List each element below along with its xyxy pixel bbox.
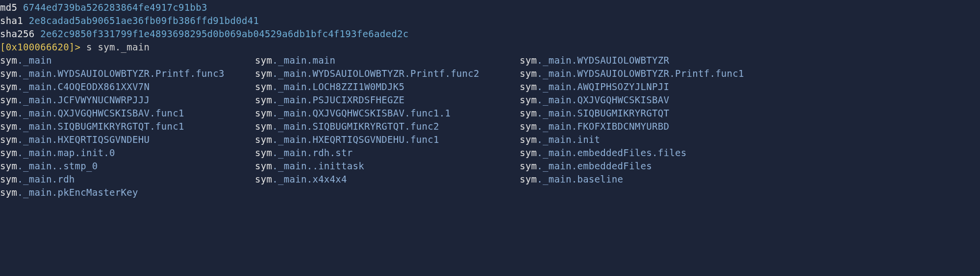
hash-line-sha256: sha256 2e62c9850f331799f1e4893698295d0b0… bbox=[0, 27, 980, 41]
symbol-row: sym._main.C4OQEODX861XXV7Nsym._main.LOCH… bbox=[0, 80, 980, 93]
symbol-cell bbox=[520, 186, 980, 199]
md5-value: 6744ed739ba526283864fe4917c91bb3 bbox=[23, 2, 207, 13]
symbol-cell: sym._main.C4OQEODX861XXV7N bbox=[0, 80, 255, 93]
symbol-cell: sym._main.x4x4x4 bbox=[255, 173, 520, 186]
symbol-cell bbox=[255, 186, 520, 199]
symbol-cell: sym._main.FKOFXIBDCNMYURBD bbox=[520, 120, 980, 133]
md5-label: md5 bbox=[0, 2, 17, 13]
symbol-cell: sym._main.SIQBUGMIKRYRGTQT bbox=[520, 107, 980, 120]
symbol-cell: sym._main.JCFVWYNUCNWRPJJJ bbox=[0, 93, 255, 107]
prompt-address: [0x100066620] bbox=[0, 42, 75, 52]
sha256-value: 2e62c9850f331799f1e4893698295d0b069ab045… bbox=[40, 28, 408, 39]
symbol-cell: sym._main.main bbox=[255, 54, 520, 67]
symbol-cell: sym._main..stmp_0 bbox=[0, 160, 255, 173]
hash-line-md5: md5 6744ed739ba526283864fe4917c91bb3 bbox=[0, 1, 980, 14]
symbol-row: sym._main.JCFVWYNUCNWRPJJJsym._main.PSJU… bbox=[0, 93, 980, 107]
symbol-cell: sym._main.QXJVGQHWCSKISBAV bbox=[520, 93, 980, 107]
command-input[interactable]: s sym._main bbox=[86, 42, 150, 52]
symbol-row: sym._main.map.init.0sym._main.rdh.strsym… bbox=[0, 146, 980, 160]
symbol-columns: sym._mainsym._main.mainsym._main.WYDSAUI… bbox=[0, 54, 980, 199]
symbol-cell: sym._main.HXEQRTIQSGVNDEHU bbox=[0, 133, 255, 146]
symbol-cell: sym._main.SIQBUGMIKRYRGTQT.func2 bbox=[255, 120, 520, 133]
symbol-cell: sym._main.WYDSAUIOLOWBTYZR.Printf.func1 bbox=[520, 67, 980, 80]
symbol-cell: sym._main.embeddedFiles bbox=[520, 160, 980, 173]
symbol-cell: sym._main.init bbox=[520, 133, 980, 146]
symbol-cell: sym._main.map.init.0 bbox=[0, 146, 255, 160]
symbol-cell: sym._main.PSJUCIXRDSFHEGZE bbox=[255, 93, 520, 107]
symbol-row: sym._main.QXJVGQHWCSKISBAV.func1sym._mai… bbox=[0, 107, 980, 120]
symbol-cell: sym._main.AWQIPHSOZYJLNPJI bbox=[520, 80, 980, 93]
symbol-row: sym._main.HXEQRTIQSGVNDEHUsym._main.HXEQ… bbox=[0, 133, 980, 146]
symbol-row: sym._main.pkEncMasterKey bbox=[0, 186, 980, 199]
symbol-cell: sym._main..inittask bbox=[255, 160, 520, 173]
symbol-cell: sym._main.HXEQRTIQSGVNDEHU.func1 bbox=[255, 133, 520, 146]
symbol-cell: sym._main.pkEncMasterKey bbox=[0, 186, 255, 199]
symbol-row: sym._main.WYDSAUIOLOWBTYZR.Printf.func3s… bbox=[0, 67, 980, 80]
symbol-cell: sym._main.rdh.str bbox=[255, 146, 520, 160]
symbol-cell: sym._main bbox=[0, 54, 255, 67]
sha256-label: sha256 bbox=[0, 28, 34, 39]
symbol-row: sym._main..stmp_0sym._main..inittasksym.… bbox=[0, 160, 980, 173]
sha1-label: sha1 bbox=[0, 15, 23, 26]
symbol-row: sym._main.rdhsym._main.x4x4x4sym._main.b… bbox=[0, 173, 980, 186]
symbol-cell: sym._main.rdh bbox=[0, 173, 255, 186]
symbol-cell: sym._main.WYDSAUIOLOWBTYZR.Printf.func3 bbox=[0, 67, 255, 80]
hash-line-sha1: sha1 2e8cadad5ab90651ae36fb09fb386ffd91b… bbox=[0, 14, 980, 27]
sha1-value: 2e8cadad5ab90651ae36fb09fb386ffd91bd0d41 bbox=[29, 15, 259, 26]
symbol-cell: sym._main.QXJVGQHWCSKISBAV.func1 bbox=[0, 107, 255, 120]
terminal-output: md5 6744ed739ba526283864fe4917c91bb3 sha… bbox=[0, 0, 980, 199]
symbol-cell: sym._main.QXJVGQHWCSKISBAV.func1.1 bbox=[255, 107, 520, 120]
prompt-arrow: > bbox=[75, 42, 81, 52]
symbol-cell: sym._main.SIQBUGMIKRYRGTQT.func1 bbox=[0, 120, 255, 133]
symbol-row: sym._main.SIQBUGMIKRYRGTQT.func1sym._mai… bbox=[0, 120, 980, 133]
symbol-cell: sym._main.WYDSAUIOLOWBTYZR.Printf.func2 bbox=[255, 67, 520, 80]
symbol-row: sym._mainsym._main.mainsym._main.WYDSAUI… bbox=[0, 54, 980, 67]
prompt-line[interactable]: [0x100066620]> s sym._main bbox=[0, 41, 980, 54]
symbol-cell: sym._main.baseline bbox=[520, 173, 980, 186]
symbol-cell: sym._main.embeddedFiles.files bbox=[520, 146, 980, 160]
symbol-cell: sym._main.WYDSAUIOLOWBTYZR bbox=[520, 54, 980, 67]
symbol-cell: sym._main.LOCH8ZZI1W0MDJK5 bbox=[255, 80, 520, 93]
